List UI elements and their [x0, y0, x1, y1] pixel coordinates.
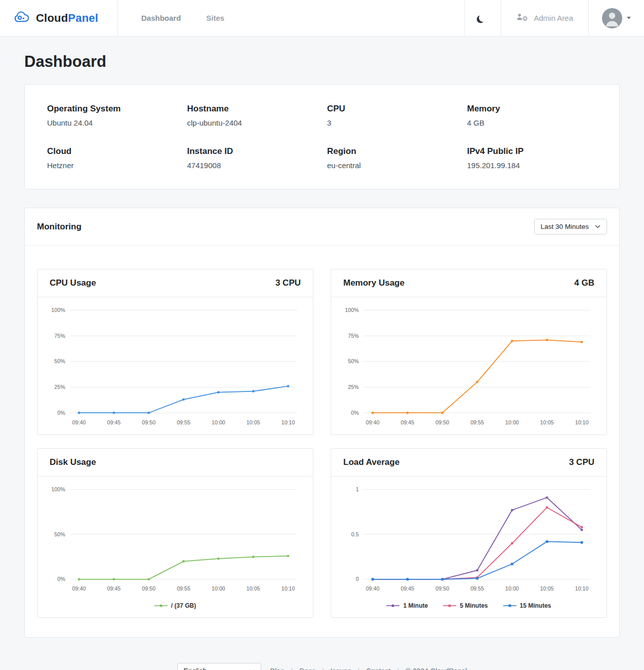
- field-value: Ubuntu 24.04: [47, 119, 177, 127]
- legend-label: 15 Minutes: [520, 602, 551, 609]
- brand-name: CloudPanel: [36, 12, 98, 25]
- svg-text:10:00: 10:00: [212, 585, 225, 592]
- legend-item[interactable]: 15 Minutes: [503, 602, 551, 609]
- nav-item-dashboard[interactable]: Dashboard: [141, 14, 181, 22]
- chart-title: Disk Usage: [50, 457, 96, 467]
- field-value: eu-central: [327, 161, 457, 170]
- footer-links: Blog | Docs | Issues | Contact | © 2024 …: [270, 667, 467, 670]
- svg-text:09:45: 09:45: [107, 419, 120, 425]
- info-field-instance-id: Instance ID 47419008: [187, 146, 317, 170]
- info-field-region: Region eu-central: [327, 146, 457, 170]
- user-menu[interactable]: [589, 0, 644, 36]
- brand-logo[interactable]: CloudPanel: [0, 0, 118, 36]
- dark-mode-toggle[interactable]: [464, 0, 501, 36]
- legend-item[interactable]: / (37 GB): [154, 602, 196, 609]
- chart-header: Memory Usage 4 GB: [331, 269, 607, 297]
- legend-label: 1 Minute: [403, 602, 428, 609]
- field-label: Cloud: [47, 146, 177, 156]
- info-field-hostname: Hostname clp-ubuntu-2404: [187, 104, 317, 127]
- legend-item[interactable]: 5 Minutes: [443, 602, 488, 609]
- main-nav: Dashboard Sites: [141, 0, 464, 36]
- chart-body: 0%25%50%75%100%09:4009:4509:5009:5510:00…: [37, 297, 313, 435]
- field-value: Hetzner: [47, 161, 177, 170]
- field-label: Hostname: [187, 104, 317, 114]
- legend-marker-icon: [503, 603, 516, 608]
- field-label: IPv4 Public IP: [467, 146, 597, 156]
- admin-area-button[interactable]: Admin Area: [501, 0, 589, 36]
- svg-text:09:40: 09:40: [72, 585, 86, 592]
- svg-text:09:45: 09:45: [400, 419, 414, 425]
- info-field-operating-system: Operating System Ubuntu 24.04: [47, 104, 177, 127]
- chart-body: 0%50%100%09:4009:4509:5009:5510:0010:051…: [37, 477, 313, 601]
- svg-text:10:05: 10:05: [540, 419, 554, 425]
- chart-panel: Load Average 3 CPU 00.5109:4009:4509:500…: [331, 448, 607, 618]
- svg-text:75%: 75%: [348, 333, 359, 339]
- svg-text:09:45: 09:45: [400, 585, 414, 592]
- admin-gear-users-icon: [516, 13, 529, 23]
- chart-title: Load Average: [343, 457, 399, 467]
- footer-link-blog[interactable]: Blog: [270, 667, 285, 670]
- chart-badge: 4 GB: [574, 278, 594, 288]
- svg-text:1: 1: [356, 486, 359, 492]
- svg-text:10:10: 10:10: [281, 585, 295, 592]
- page-footer: English Blog | Docs | Issues | Contact |…: [0, 652, 644, 670]
- chart-panel: Disk Usage 0%50%100%09:4009:4509:5009:55…: [37, 448, 313, 618]
- time-range-select[interactable]: Last 30 Minutes: [534, 219, 607, 234]
- monitoring-title: Monitoring: [37, 222, 82, 232]
- svg-text:100%: 100%: [345, 307, 359, 313]
- language-select[interactable]: English: [177, 663, 261, 670]
- footer-link-contact[interactable]: Contact: [366, 667, 390, 670]
- time-range-value: Last 30 Minutes: [541, 223, 589, 230]
- separator: |: [322, 667, 324, 670]
- footer-link-issues[interactable]: Issues: [331, 667, 351, 670]
- svg-text:50%: 50%: [348, 358, 359, 364]
- svg-text:75%: 75%: [54, 333, 65, 339]
- field-value: 4 GB: [467, 119, 597, 127]
- chart-title: Memory Usage: [343, 278, 405, 288]
- footer-link-docs[interactable]: Docs: [299, 667, 315, 670]
- svg-text:10:10: 10:10: [575, 419, 589, 425]
- legend-label: / (37 GB): [171, 602, 196, 609]
- line-chart: 00.5109:4009:4509:5009:5510:0010:0510:10: [334, 481, 603, 599]
- field-label: Operating System: [47, 104, 177, 114]
- legend-item[interactable]: 1 Minute: [386, 602, 428, 609]
- svg-text:0%: 0%: [351, 410, 359, 416]
- svg-text:0%: 0%: [57, 576, 65, 582]
- svg-text:100%: 100%: [51, 307, 65, 313]
- svg-text:09:45: 09:45: [107, 585, 120, 592]
- svg-text:50%: 50%: [54, 531, 65, 537]
- svg-text:0: 0: [356, 576, 359, 582]
- svg-text:09:40: 09:40: [72, 419, 86, 425]
- line-chart: 0%25%50%75%100%09:4009:4509:5009:5510:00…: [41, 301, 310, 432]
- chart-panel: Memory Usage 4 GB 0%25%50%75%100%09:4009…: [331, 269, 607, 435]
- svg-text:10:05: 10:05: [247, 419, 260, 425]
- line-chart: 0%25%50%75%100%09:4009:4509:5009:5510:00…: [334, 301, 603, 432]
- svg-text:10:00: 10:00: [505, 585, 519, 592]
- field-value: clp-ubuntu-2404: [187, 119, 317, 127]
- chart-header: Load Average 3 CPU: [331, 449, 607, 477]
- monitoring-card: Monitoring Last 30 Minutes CPU Usage 3 C…: [24, 208, 620, 638]
- svg-text:25%: 25%: [54, 384, 65, 390]
- cloud-logo-icon: [13, 11, 30, 26]
- server-info-card: Operating System Ubuntu 24.04 Hostname c…: [24, 84, 620, 189]
- legend-marker-icon: [443, 603, 456, 608]
- language-value: English: [184, 667, 207, 670]
- field-label: Instance ID: [187, 146, 317, 156]
- info-field-cpu: CPU 3: [327, 104, 457, 127]
- chart-badge: 3 CPU: [569, 457, 594, 467]
- line-chart: 0%50%100%09:4009:4509:5009:5510:0010:051…: [41, 481, 310, 599]
- separator: |: [357, 667, 359, 670]
- svg-text:0.5: 0.5: [351, 531, 359, 537]
- chart-legend: 1 Minute5 Minutes15 Minutes: [331, 601, 607, 617]
- svg-text:10:10: 10:10: [281, 419, 295, 425]
- svg-text:09:50: 09:50: [142, 419, 155, 425]
- moon-icon: [478, 14, 487, 22]
- svg-text:50%: 50%: [54, 358, 65, 364]
- chart-body: 00.5109:4009:4509:5009:5510:0010:0510:10: [331, 477, 607, 601]
- svg-text:09:40: 09:40: [366, 419, 380, 425]
- chevron-down-icon: [627, 17, 631, 19]
- svg-text:09:50: 09:50: [435, 585, 449, 592]
- chevron-down-icon: [595, 225, 600, 228]
- svg-text:09:55: 09:55: [177, 585, 190, 592]
- nav-item-sites[interactable]: Sites: [206, 14, 224, 22]
